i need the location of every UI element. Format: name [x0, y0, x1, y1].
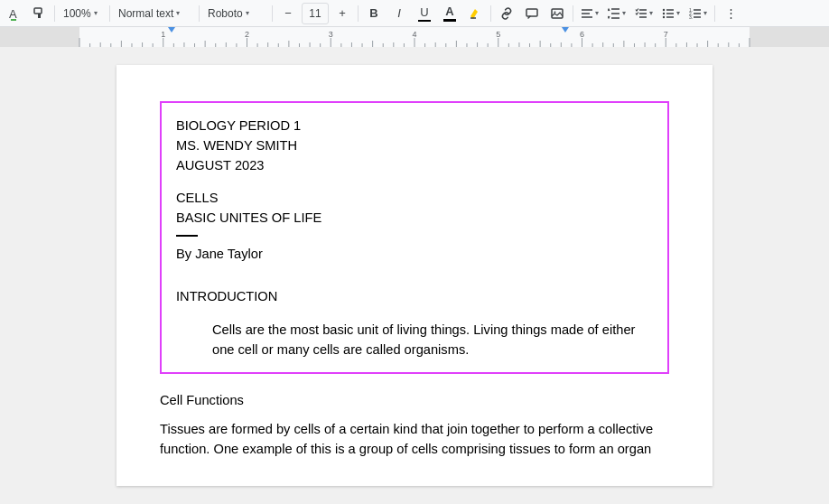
page[interactable]: BIOLOGY PERIOD 1 MS. WENDY SMITH AUGUST … — [116, 65, 713, 486]
cells-line: CELLS — [176, 188, 653, 208]
font-chevron-icon: ▾ — [246, 9, 249, 17]
document-area[interactable]: BIOLOGY PERIOD 1 MS. WENDY SMITH AUGUST … — [0, 47, 829, 504]
gap-1 — [176, 175, 653, 188]
image-button[interactable] — [545, 3, 569, 24]
body-text: Tissues are formed by cells of a certain… — [160, 419, 669, 459]
zoom-chevron-icon: ▾ — [94, 9, 98, 17]
ruler — [0, 27, 829, 47]
font-size-decrease-button[interactable]: − — [276, 3, 300, 24]
plus-icon: + — [339, 6, 346, 20]
align-icon — [581, 7, 593, 20]
italic-icon: I — [397, 6, 401, 20]
spellcheck-button[interactable]: A — [5, 3, 27, 24]
biology-line: BIOLOGY PERIOD 1 — [176, 116, 653, 135]
font-value: Roboto — [208, 7, 243, 20]
svg-text:A: A — [9, 7, 17, 21]
zoom-value: 100% — [63, 7, 91, 20]
zoom-dropdown[interactable]: 100% ▾ — [59, 3, 106, 24]
align-chevron-icon: ▾ — [595, 9, 599, 17]
more-icon: ⋮ — [725, 6, 737, 20]
style-chevron-icon: ▾ — [176, 9, 180, 17]
list-icon — [662, 7, 675, 20]
selected-block[interactable]: BIOLOGY PERIOD 1 MS. WENDY SMITH AUGUST … — [160, 101, 669, 374]
comment-button[interactable] — [520, 3, 544, 24]
separator-3 — [199, 5, 200, 22]
teacher-line: MS. WENDY SMITH — [176, 135, 653, 155]
separator-6 — [490, 5, 491, 22]
svg-point-19 — [663, 15, 665, 17]
text-style-dropdown[interactable]: Normal text ▾ — [114, 3, 195, 24]
checklist-icon — [635, 7, 647, 20]
gap-4 — [176, 313, 653, 320]
date-line: AUGUST 2023 — [176, 155, 653, 175]
italic-button[interactable]: I — [387, 3, 411, 24]
svg-point-18 — [663, 12, 665, 14]
ruler-canvas — [0, 27, 829, 47]
separator-4 — [272, 5, 273, 22]
cell-functions-heading: Cell Functions — [160, 390, 669, 410]
underline-button[interactable]: U — [413, 3, 436, 24]
font-dropdown[interactable]: Roboto ▾ — [203, 3, 268, 24]
list-chevron-icon: ▾ — [676, 9, 680, 17]
line-spacing-chevron-icon: ▾ — [622, 9, 626, 17]
text-style-value: Normal text — [118, 7, 173, 20]
checklist-button[interactable]: ▾ — [631, 3, 657, 24]
paint-format-button[interactable] — [29, 3, 51, 24]
font-size-increase-button[interactable]: + — [331, 3, 354, 24]
author-prefix: By — [176, 247, 195, 261]
line-spacing-button[interactable]: ▾ — [604, 3, 629, 24]
divider — [176, 235, 198, 237]
svg-rect-5 — [526, 9, 537, 16]
separator-7 — [573, 5, 573, 22]
paint-format-icon — [33, 6, 47, 21]
svg-point-17 — [663, 8, 665, 10]
author-name: Jane Taylor — [195, 247, 263, 261]
align-button[interactable]: ▾ — [577, 3, 602, 24]
numbered-list-button[interactable]: 1. 2. 3. ▾ — [685, 3, 711, 24]
link-icon — [499, 6, 514, 21]
font-size-input[interactable] — [303, 7, 328, 20]
underline-icon: U — [418, 5, 431, 22]
spellcheck-icon: A — [9, 6, 23, 21]
bold-button[interactable]: B — [362, 3, 386, 24]
svg-point-7 — [554, 11, 556, 13]
svg-text:3.: 3. — [689, 14, 693, 20]
checklist-chevron-icon: ▾ — [649, 9, 653, 17]
text-color-icon: A — [443, 5, 456, 22]
font-size-control — [302, 3, 329, 24]
intro-heading: INTRODUCTION — [176, 289, 653, 303]
numbered-list-icon: 1. 2. 3. — [689, 7, 702, 20]
subtitle-line: BASIC UNITES OF LIFE — [176, 208, 653, 228]
image-icon — [550, 6, 564, 21]
more-options-button[interactable]: ⋮ — [719, 3, 742, 24]
author-line: By Jane Taylor — [176, 244, 653, 264]
separator-5 — [358, 5, 359, 22]
list-button[interactable]: ▾ — [658, 3, 684, 24]
svg-rect-2 — [34, 8, 42, 14]
gap-2 — [176, 264, 653, 276]
text-color-button[interactable]: A — [438, 3, 461, 24]
bold-icon: B — [369, 6, 377, 20]
minus-icon: − — [284, 6, 292, 20]
numbered-list-chevron-icon: ▾ — [703, 9, 707, 17]
svg-rect-3 — [38, 14, 41, 18]
line-spacing-icon — [608, 7, 620, 20]
separator-1 — [54, 5, 55, 22]
separator-8 — [714, 5, 715, 22]
gap-3 — [176, 276, 653, 289]
highlight-color-button[interactable] — [463, 3, 487, 24]
separator-2 — [109, 5, 110, 22]
link-button[interactable] — [495, 3, 518, 24]
toolbar: A 100% ▾ Normal text ▾ Roboto ▾ − + B — [0, 0, 829, 27]
comment-icon — [525, 6, 539, 21]
highlight-icon — [468, 6, 482, 21]
intro-text: Cells are the most basic unit of living … — [176, 320, 653, 359]
